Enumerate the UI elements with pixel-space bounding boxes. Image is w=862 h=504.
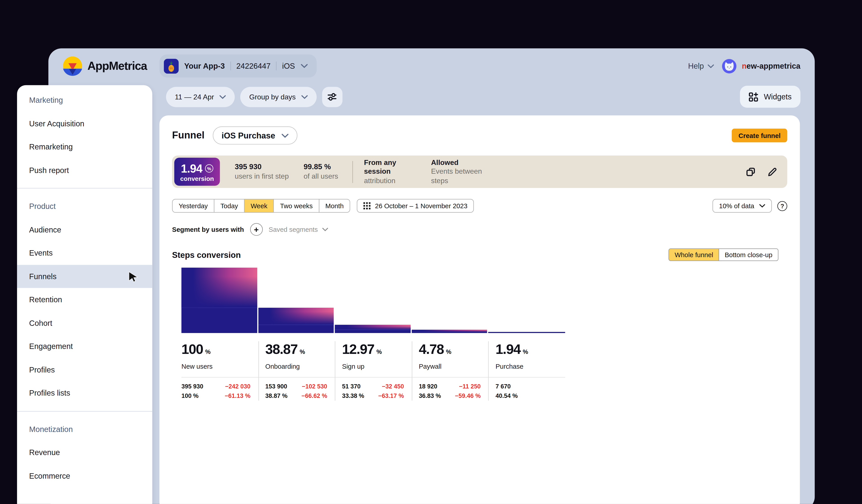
chart-title: Steps conversion [172,250,241,260]
step-data-row: 395 930100 %−242 030−61.13 % [181,377,258,400]
setting-label: attribution [364,176,420,185]
filter-settings-button[interactable] [322,87,342,107]
help-label: Help [688,62,704,70]
app-platform: iOS [282,62,295,70]
appmetrica-logo-icon [63,56,82,76]
segment-label: Segment by users with [172,226,244,233]
sidebar-item-audience[interactable]: Audience [17,218,152,241]
chevron-down-icon [281,133,288,138]
saved-segments-dropdown[interactable]: Saved segments [269,226,328,233]
step-delta: −102 530−66.62 % [301,382,327,400]
calendar-icon [363,202,370,209]
add-segment-button[interactable]: + [250,223,263,236]
filters-row: YesterdayTodayWeekTwo weeksMonth 26 Octo… [172,199,787,213]
step-percent: 12.97% [342,341,412,358]
conversion-badge: 1.94 % conversion [174,158,220,186]
step-percent: 100% [181,341,258,358]
funnel-step-sign-up: 12.97%Sign up51 37033.38 %−32 450−63.17 … [335,341,412,401]
step-name: Purchase [495,363,565,370]
account-menu[interactable]: new-appmetrica [722,58,800,74]
funnel-chart: 100%New users395 930100 %−242 030−61.13 … [181,268,565,401]
stat-all-users: 99.85 % of all users [303,162,338,181]
view-toggle-bottom-close-up[interactable]: Bottom close-up [719,248,779,261]
sidebar-item-profiles[interactable]: Profiles [17,358,152,382]
sidebar-section-monetization: Monetization [17,417,152,441]
screen: AppMetrica Your App-3 24226447 iOS [0,0,862,504]
segment-row: Segment by users with + Saved segments [172,223,787,236]
sampling-help-button[interactable]: ? [778,201,787,211]
step-users: 18 92036.83 % [419,382,441,400]
step-data-row: 7 67040.54 % [495,377,565,400]
step-name: Sign up [342,363,412,370]
divider [352,161,353,183]
funnel-bar-purchase [488,268,565,333]
step-percent-value: 100 [181,341,203,357]
sampling-dropdown[interactable]: 10% of data [713,199,772,213]
period-tab-yesterday[interactable]: Yesterday [172,199,214,213]
chevron-down-icon [322,227,328,231]
app-selector[interactable]: Your App-3 24226447 iOS [159,54,316,77]
setting-value: Allowed [431,158,487,168]
funnel-bar-solid-segment [258,324,334,333]
percent-icon: % [205,164,213,173]
funnel-bar-solid-segment [412,332,487,333]
setting-value: From any session [364,158,420,176]
widgets-label: Widgets [764,92,792,101]
help-menu[interactable]: Help [688,62,714,70]
step-delta: −32 450−63.17 % [378,382,404,400]
stat-label: users in first step [235,172,289,181]
copy-icon [745,167,756,177]
setting-attribution: From any session attribution [364,158,420,185]
steps-conversion-header: Steps conversion Whole funnelBottom clos… [172,248,787,261]
funnel-bar-sign-up [335,268,412,333]
widgets-button[interactable]: Widgets [740,86,800,108]
funnel-header-row: Funnel iOS Purchase Create funnel [172,126,787,145]
sidebar-item-events[interactable]: Events [17,241,152,265]
percent-sign: % [205,348,211,355]
sidebar-item-retention[interactable]: Retention [17,288,152,311]
funnel-bar-loss-segment [181,268,257,308]
funnel-select-dropdown[interactable]: iOS Purchase [213,126,297,145]
funnel-bar-paywall [412,268,488,333]
sidebar-item-ecommerce[interactable]: Ecommerce [17,464,152,487]
step-data-row: 51 37033.38 %−32 450−63.17 % [342,377,412,400]
view-toggle-whole-funnel[interactable]: Whole funnel [669,248,719,261]
conversion-label: conversion [180,175,214,182]
funnel-bar-onboarding [258,268,335,333]
create-funnel-button[interactable]: Create funnel [732,129,787,142]
duplicate-funnel-button[interactable] [745,167,756,177]
step-percent-value: 12.97 [342,341,374,357]
period-tab-today[interactable]: Today [214,199,245,213]
date-range-dropdown[interactable]: 11 — 24 Apr [166,87,235,107]
setting-label: Events between steps [431,167,487,185]
sidebar-item-cohort[interactable]: Cohort [17,311,152,335]
sidebar-item-funnels[interactable]: Funnels [17,265,152,288]
conversion-value: 1.94 [181,162,202,175]
step-users: 395 930100 % [181,382,203,400]
chevron-down-icon [759,204,765,208]
calendar-date-button[interactable]: 26 October – 1 November 2023 [357,199,474,213]
calendar-date-label: 26 October – 1 November 2023 [375,202,468,210]
sidebar-item-engagement[interactable]: Engagement [17,335,152,358]
percent-sign: % [300,348,305,355]
sidebar-item-push-report[interactable]: Push report [17,159,152,182]
period-tab-month[interactable]: Month [319,199,350,213]
sidebar-item-user-acquisition[interactable]: User Acquisition [17,112,152,135]
group-by-dropdown[interactable]: Group by days [240,87,316,107]
sidebar-item-profiles-lists[interactable]: Profiles lists [17,382,152,405]
sampling-value: 10% of data [719,202,754,210]
funnel-bar-loss-segment [335,324,410,330]
period-tab-two-weeks[interactable]: Two weeks [273,199,319,213]
chevron-down-icon [708,64,714,68]
funnel-summary-bar: 1.94 % conversion 395 930 users in first… [172,156,787,188]
edit-funnel-button[interactable] [767,167,778,177]
period-tab-week[interactable]: Week [244,199,274,213]
sidebar-item-revenue[interactable]: Revenue [17,441,152,464]
step-percent-value: 4.78 [419,341,444,357]
group-by-label: Group by days [249,93,296,101]
filters-right: 10% of data ? [713,199,787,213]
stat-first-step: 395 930 users in first step [235,162,289,181]
sidebar-item-remarketing[interactable]: Remarketing [17,135,152,158]
plus-icon: + [254,224,259,234]
setting-events: Allowed Events between steps [431,158,487,185]
